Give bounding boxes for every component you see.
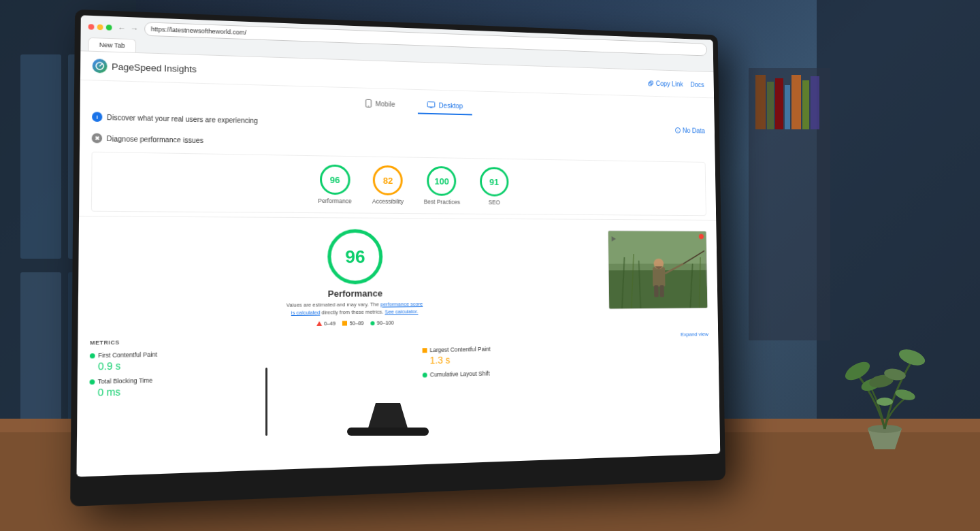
big-score-value: 96 — [345, 246, 365, 267]
mobile-icon — [365, 99, 372, 108]
info-icon: i — [675, 127, 681, 133]
expand-view-button[interactable]: Expand view — [681, 331, 708, 337]
monitor-base — [347, 428, 429, 436]
perf-left: 96 Performance Values are estimated and … — [90, 228, 599, 329]
perf-note-mid: directly from these metrics. — [321, 308, 385, 315]
score-performance[interactable]: 96 Performance — [318, 164, 351, 204]
back-arrow-icon[interactable]: ← — [118, 24, 126, 33]
metric-lcp: Largest Contentful Paint 1.3 s — [423, 342, 709, 366]
svg-rect-21 — [427, 102, 435, 108]
svg-marker-39 — [612, 236, 617, 242]
perf-note: Values are estimated and may vary. The p… — [286, 301, 424, 317]
monitor-cable — [265, 368, 267, 436]
score-seo[interactable]: 91 SEO — [480, 167, 509, 206]
tab-mobile[interactable]: Mobile — [355, 95, 404, 114]
tab-title: New Tab — [99, 42, 125, 50]
score-legend: 0–49 50–89 90–100 — [316, 320, 394, 327]
minimize-dot[interactable] — [97, 25, 103, 31]
svg-point-41 — [843, 358, 873, 383]
browser-tab-active[interactable]: New Tab — [88, 37, 136, 52]
scores-container: 96 Performance 82 Accessibility 100 — [91, 152, 706, 216]
metric-cls: Cumulative Layout Shift — [423, 366, 709, 391]
score-circle-performance: 96 — [320, 164, 350, 195]
lcp-name: Largest Contentful Paint — [429, 346, 490, 353]
no-data-label: No Data — [683, 127, 705, 134]
cls-name: Cumulative Layout Shift — [430, 370, 490, 379]
metrics-label: METRICS — [90, 339, 120, 346]
svg-rect-9 — [775, 78, 783, 129]
score-circle-seo: 91 — [480, 167, 509, 197]
svg-text:i: i — [678, 129, 679, 133]
metrics-section: METRICS Expand view First Contentful Pai… — [77, 328, 719, 406]
close-dot[interactable] — [88, 24, 95, 30]
performance-detail: 96 Performance Values are estimated and … — [78, 221, 718, 337]
header-actions: Copy Link Docs — [648, 80, 704, 88]
svg-rect-7 — [755, 75, 766, 129]
maximize-dot[interactable] — [106, 25, 112, 31]
svg-rect-38 — [659, 285, 664, 297]
performance-label: Performance — [318, 197, 351, 205]
browser-dots — [88, 24, 112, 31]
perf-right — [608, 230, 708, 323]
recording-indicator — [699, 234, 704, 240]
legend-needs-improvement: 50–89 — [342, 320, 363, 327]
forward-arrow-icon[interactable]: → — [131, 24, 139, 33]
best-practices-score-value: 100 — [435, 176, 449, 186]
svg-point-45 — [877, 398, 893, 406]
cls-name-row: Cumulative Layout Shift — [423, 366, 709, 379]
real-users-label: Discover what your real users are experi… — [107, 113, 258, 124]
tbt-name: Total Blocking Time — [98, 376, 152, 385]
diagnose-icon: ✖ — [92, 133, 102, 143]
score-circle-best-practices: 100 — [427, 166, 457, 196]
svg-rect-11 — [791, 75, 801, 129]
desktop-icon — [427, 101, 436, 108]
accessibility-label: Accessibility — [372, 198, 404, 205]
svg-point-20 — [368, 106, 369, 106]
metrics-grid: First Contentful Paint 0.9 s Largest Con… — [89, 342, 709, 399]
legend-good: 90–100 — [371, 320, 394, 326]
screenshot-image — [608, 231, 708, 309]
fail-range: 0–49 — [324, 320, 336, 326]
perf-note-text: Values are estimated and may vary. The — [287, 301, 380, 308]
lcp-indicator — [423, 348, 427, 353]
seo-label: SEO — [489, 199, 500, 206]
calculator-link[interactable]: See calculator. — [385, 308, 418, 315]
svg-point-42 — [897, 347, 927, 368]
tab-desktop[interactable]: Desktop — [418, 97, 472, 116]
psi-logo: PageSpeed Insights — [93, 59, 197, 76]
needs-improvement-range: 50–89 — [349, 320, 363, 326]
svg-rect-32 — [653, 267, 666, 287]
svg-rect-37 — [654, 285, 659, 297]
fcp-indicator — [90, 353, 95, 358]
metric-fcp: First Contentful Paint 0.9 s — [90, 347, 409, 372]
screenshot-wrapper — [608, 230, 708, 309]
speedometer-icon — [95, 61, 104, 70]
svg-rect-3 — [20, 272, 61, 442]
copy-link-button[interactable]: Copy Link — [648, 80, 683, 88]
metric-tbt: Total Blocking Time 0 ms — [89, 372, 409, 398]
psi-title: PageSpeed Insights — [112, 61, 197, 74]
screenshot-play-icon — [610, 233, 617, 244]
fcp-name: First Contentful Paint — [98, 351, 157, 359]
svg-rect-12 — [802, 80, 809, 129]
big-score-circle: 96 — [327, 229, 382, 284]
best-practices-label: Best Practices — [424, 198, 460, 205]
real-users-icon: i — [92, 112, 102, 122]
docs-link[interactable]: Docs — [690, 81, 704, 88]
score-best-practices[interactable]: 100 Best Practices — [423, 166, 459, 206]
needs-improvement-icon — [342, 321, 347, 325]
psi-logo-icon — [93, 59, 108, 73]
no-data-link[interactable]: i No Data — [675, 127, 705, 134]
performance-score-value: 96 — [330, 174, 340, 184]
cls-indicator — [423, 372, 427, 377]
url-text: https://latestnewsoftheworld.com/ — [151, 26, 246, 36]
tab-mobile-label: Mobile — [375, 100, 395, 108]
score-accessibility[interactable]: 82 Accessibility — [372, 165, 404, 205]
tab-desktop-label: Desktop — [439, 101, 463, 110]
perf-title: Performance — [328, 288, 383, 299]
fail-icon — [316, 321, 322, 326]
good-range: 90–100 — [377, 320, 394, 326]
seo-score-value: 91 — [489, 176, 499, 187]
legend-fail: 0–49 — [316, 320, 336, 327]
svg-rect-13 — [811, 76, 819, 129]
